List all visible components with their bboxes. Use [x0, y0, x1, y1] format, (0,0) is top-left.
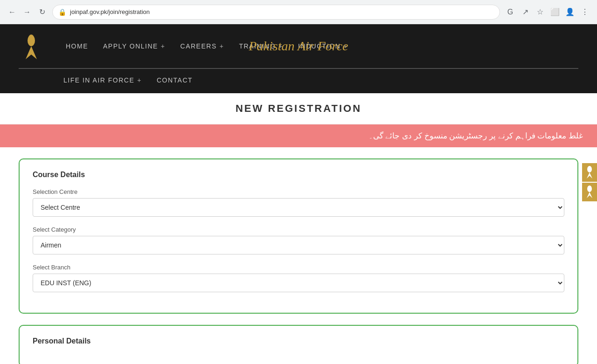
- url-text: joinpaf.gov.pk/join/registration: [70, 8, 150, 15]
- apply-online-plus-icon: +: [161, 42, 166, 50]
- page-title: NEW REGISTRATION: [9, 103, 588, 115]
- course-details-title: Course Details: [33, 171, 564, 179]
- course-details-section: Course Details Selection Centre Select C…: [19, 158, 578, 314]
- refresh-button[interactable]: ↻: [35, 6, 49, 19]
- svg-point-3: [587, 166, 592, 172]
- navbar-bottom: LIFE IN AIR FORCE + CONTACT: [19, 69, 578, 93]
- select-branch-label: Select Branch: [33, 264, 564, 271]
- address-bar[interactable]: 🔒 joinpaf.gov.pk/join/registration: [52, 5, 500, 20]
- select-category-label: Select Category: [33, 226, 564, 233]
- page-title-bar: NEW REGISTRATION: [0, 93, 597, 124]
- selection-centre-group: Selection Centre Select Centre: [33, 188, 564, 217]
- select-category-select[interactable]: Airmen Officers: [33, 236, 564, 254]
- browser-actions: G ↗ ☆ ⬜ 👤 ⋮: [504, 6, 591, 19]
- induction-plus-icon: +: [343, 42, 348, 50]
- svg-point-5: [587, 185, 592, 192]
- svg-point-2: [29, 34, 34, 39]
- nav-induction[interactable]: INDUCTION +: [291, 39, 355, 54]
- browser-chrome: ← → ↻ 🔒 joinpaf.gov.pk/join/registration…: [0, 0, 597, 24]
- life-plus-icon: +: [137, 76, 142, 84]
- warning-banner: غلط معلومات فراہم کرنے پر رجسٹریشن منسوخ…: [0, 124, 597, 147]
- personal-details-section: Personal Details: [19, 325, 578, 364]
- share-icon[interactable]: ↗: [519, 6, 532, 19]
- select-branch-group: Select Branch EDU INST (ENG) General Dut…: [33, 264, 564, 292]
- page-content: NEW REGISTRATION غلط معلومات فراہم کرنے …: [0, 93, 597, 364]
- svg-marker-4: [587, 172, 592, 179]
- svg-marker-1: [26, 46, 37, 59]
- select-category-group: Select Category Airmen Officers: [33, 226, 564, 254]
- personal-details-title: Personal Details: [33, 337, 564, 345]
- training-plus-icon: +: [278, 42, 283, 50]
- profile-icon[interactable]: 👤: [563, 6, 576, 19]
- nav-training[interactable]: TRAINING +: [231, 39, 291, 54]
- google-icon[interactable]: G: [504, 6, 517, 19]
- sidebar-float-btn-2[interactable]: [582, 183, 597, 201]
- nav-careers[interactable]: CAREERS +: [173, 39, 232, 54]
- nav-home[interactable]: HOME: [58, 39, 96, 54]
- forward-button[interactable]: →: [21, 6, 34, 19]
- sidebar-float: [582, 163, 597, 201]
- careers-plus-icon: +: [220, 42, 224, 50]
- nav-life-in-airforce[interactable]: LIFE IN AIR FORCE +: [56, 73, 149, 88]
- logo[interactable]: [19, 30, 44, 62]
- nav-apply-online[interactable]: APPLY ONLINE +: [96, 39, 173, 54]
- nav-links-top: HOME APPLY ONLINE + CAREERS + TRAINING +…: [58, 39, 578, 54]
- navbar-top: HOME APPLY ONLINE + CAREERS + TRAINING +…: [19, 24, 578, 68]
- selection-centre-select[interactable]: Select Centre: [33, 198, 564, 217]
- svg-marker-6: [587, 192, 592, 198]
- nav-contact[interactable]: CONTACT: [149, 73, 200, 88]
- navbar: HOME APPLY ONLINE + CAREERS + TRAINING +…: [0, 24, 597, 93]
- bookmark-icon[interactable]: ☆: [534, 6, 547, 19]
- sidebar-float-btn-1[interactable]: [582, 163, 597, 182]
- browser-nav-buttons: ← → ↻: [6, 6, 49, 19]
- menu-icon[interactable]: ⋮: [578, 6, 591, 19]
- tab-icon[interactable]: ⬜: [548, 6, 562, 19]
- select-branch-select[interactable]: EDU INST (ENG) General Duty Pilot Engine…: [33, 274, 564, 292]
- warning-text: غلط معلومات فراہم کرنے پر رجسٹریشن منسوخ…: [368, 131, 583, 140]
- back-button[interactable]: ←: [6, 6, 19, 19]
- lock-icon: 🔒: [58, 8, 66, 16]
- selection-centre-label: Selection Centre: [33, 188, 564, 195]
